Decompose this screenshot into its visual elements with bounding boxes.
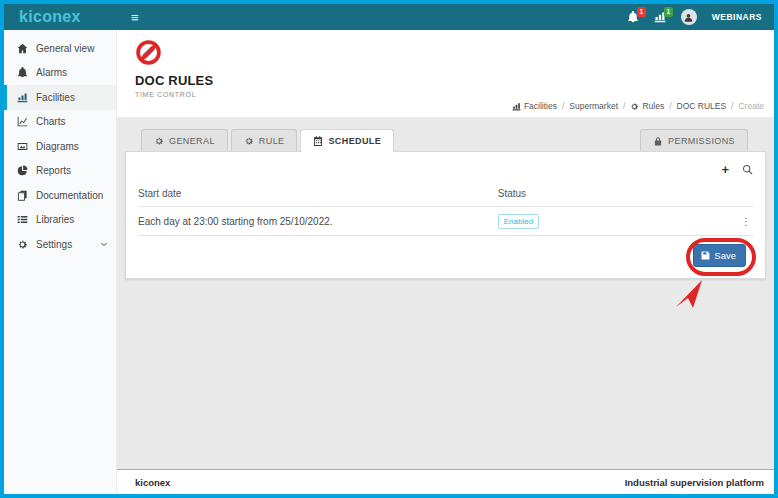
sidebar-item-settings[interactable]: Settings [4,232,116,257]
bar-chart-icon [17,92,28,103]
status-badge: Enabled [498,214,539,229]
chevron-down-icon [100,239,108,250]
card-footer: Save [138,236,753,278]
sidebar-item-facilities[interactable]: Facilities [4,85,116,110]
table-header-row: Start date Status [138,180,753,207]
breadcrumb-separator: / [669,101,671,111]
column-header-start-date: Start date [138,188,498,199]
lock-icon [653,136,663,146]
cogs-icon [244,136,254,146]
pie-chart-icon [17,165,28,176]
breadcrumb-separator: / [623,101,625,111]
sidebar-item-label: Libraries [36,214,74,225]
tab-permissions[interactable]: PERMISSIONS [640,129,748,151]
breadcrumb-separator: / [562,101,564,111]
app-window: kiconex ≡ 1 1 WEBINARS [0,0,778,498]
sidebar-item-label: Facilities [36,92,75,103]
sidebar-item-label: Charts [36,116,65,127]
sidebar-item-general-view[interactable]: General view [4,36,116,61]
row-kebab-menu[interactable]: ⋮ [739,216,753,227]
bar-chart-icon [512,102,521,111]
floppy-save-icon [701,251,710,260]
table-row: Each day at 23:00 starting from 25/10/20… [138,207,753,236]
content-area: GENERAL RULE SCHEDULE PERMISSIONS [117,117,774,469]
card-toolbar: + [138,152,753,180]
image-icon [17,141,28,152]
bell-badge: 1 [637,7,646,17]
notifications-bell-button[interactable]: 1 [627,11,639,23]
topbar-actions: 1 1 WEBINARS [627,9,774,25]
search-icon [742,164,753,175]
tab-schedule[interactable]: SCHEDULE [300,129,394,152]
add-schedule-button[interactable]: + [721,163,729,176]
cogs-icon [630,102,639,111]
top-navbar: kiconex ≡ 1 1 WEBINARS [4,4,774,30]
page-footer: kiconex Industrial supervision platform [117,469,774,494]
hamburger-menu-icon[interactable]: ≡ [131,11,139,24]
brand-area: kiconex [4,8,117,26]
person-icon [683,12,694,23]
annotation-arrow [675,278,705,312]
sidebar-item-charts[interactable]: Charts [4,110,116,135]
column-header-status: Status [498,188,753,199]
kiconex-logo[interactable]: kiconex [19,8,81,25]
breadcrumb-separator: / [731,101,733,111]
tab-general[interactable]: GENERAL [141,129,228,151]
facility-badge: 1 [664,7,673,17]
schedule-card: + Start date Status Each day at 23:00 st… [125,151,766,279]
breadcrumb-rules[interactable]: Rules [630,101,664,111]
calendar-icon [313,136,323,146]
line-chart-icon [17,116,28,127]
cogs-icon [17,239,28,250]
facility-alerts-button[interactable]: 1 [654,11,666,23]
sidebar-item-reports[interactable]: Reports [4,159,116,184]
sidebar-item-label: Reports [36,165,71,176]
sidebar-item-alarms[interactable]: Alarms [4,61,116,86]
sidebar-item-documentation[interactable]: Documentation [4,183,116,208]
breadcrumb-doc-rules[interactable]: DOC RULES [677,101,727,111]
copy-icon [17,190,28,201]
search-button[interactable] [742,164,753,175]
breadcrumb-supermarket[interactable]: Supermarket [569,101,618,111]
sidebar-item-label: General view [36,43,94,54]
breadcrumb: Facilities / Supermarket / Rules / DOC R… [512,101,764,111]
home-icon [17,43,28,54]
page-subtitle: TIME CONTROL [135,91,774,98]
prohibition-rule-icon [135,39,162,66]
breadcrumb-create-current: Create [738,101,764,111]
schedule-description: Each day at 23:00 starting from 25/10/20… [138,216,498,227]
tab-bar: GENERAL RULE SCHEDULE PERMISSIONS [125,129,766,151]
footer-tagline: Industrial supervision platform [625,477,764,488]
sidebar-item-label: Documentation [36,190,103,201]
sidebar-item-label: Settings [36,239,72,250]
list-icon [17,214,28,225]
webinars-button[interactable]: WEBINARS [712,12,762,22]
bell-icon [17,67,28,78]
breadcrumb-facilities[interactable]: Facilities [512,101,557,111]
sidebar-item-label: Alarms [36,67,67,78]
gear-icon [154,136,164,146]
page-header: DOC RULES TIME CONTROL Facilities / Supe… [117,30,774,117]
sidebar-item-label: Diagrams [36,141,79,152]
user-avatar[interactable] [681,9,697,25]
sidebar-item-diagrams[interactable]: Diagrams [4,134,116,159]
footer-brand: kiconex [135,477,170,488]
save-button[interactable]: Save [693,244,746,267]
sidebar-item-libraries[interactable]: Libraries [4,208,116,233]
sidebar-nav: General view Alarms Facilities Charts Di… [4,30,117,494]
tab-rule[interactable]: RULE [231,129,298,151]
page-title: DOC RULES [135,73,774,88]
